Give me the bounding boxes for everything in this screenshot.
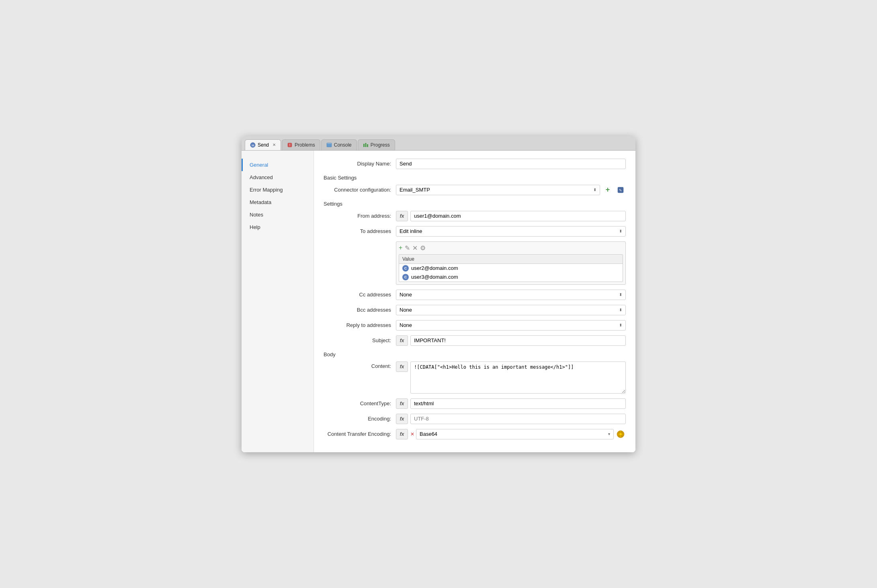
inline-toolbar: + ✎ ✕ ⚙: [399, 244, 623, 252]
content-transfer-row: Content Transfer Encoding: fx ✕ Base64 ▾: [324, 429, 626, 439]
sidebar-item-help[interactable]: Help: [242, 221, 314, 233]
connector-select[interactable]: Email_SMTP ⬍: [396, 185, 600, 195]
svg-text:✎: ✎: [619, 188, 622, 192]
subject-fx-btn[interactable]: fx: [396, 335, 408, 346]
subject-fx-group: fx: [396, 335, 626, 346]
to-addresses-select[interactable]: Edit inline ⬍: [396, 226, 626, 237]
svg-text:!: !: [289, 143, 291, 147]
inline-table-container: + ✎ ✕ ⚙ Value C user2@domain.com C: [396, 241, 626, 285]
inline-table-area: + ✎ ✕ ⚙ Value C user2@domain.com C: [396, 241, 626, 285]
row1-icon: C: [402, 265, 409, 272]
content-transfer-select[interactable]: Base64 ▾: [416, 429, 614, 439]
settings-header: Settings: [324, 201, 626, 207]
add-connector-btn[interactable]: +: [602, 185, 613, 195]
progress-tab-icon: [363, 142, 369, 148]
from-address-input[interactable]: [410, 211, 626, 221]
content-transfer-label: Content Transfer Encoding:: [324, 431, 396, 437]
svg-text:✉: ✉: [252, 143, 254, 147]
encoding-label: Encoding:: [324, 416, 396, 422]
to-addresses-row: To addresses Edit inline ⬍: [324, 226, 626, 237]
tab-close-btn[interactable]: ✕: [273, 143, 276, 147]
display-name-label: Display Name:: [324, 161, 396, 167]
content-textarea[interactable]: ![CDATA["<h1>Hello this is an important …: [410, 361, 626, 394]
table-row[interactable]: C user2@domain.com: [399, 264, 623, 273]
tab-progress[interactable]: Progress: [358, 139, 395, 150]
row2-icon: C: [402, 274, 409, 280]
tab-console[interactable]: Console: [321, 139, 357, 150]
tab-bar: ✉ Send ✕ ! Problems Console: [242, 136, 635, 151]
bcc-addresses-row: Bcc addresses None ⬍: [324, 305, 626, 315]
cc-addresses-label: Cc addresses: [324, 292, 396, 298]
connector-config-label: Connector configuration:: [324, 187, 396, 193]
console-tab-icon: [326, 142, 332, 148]
cc-addresses-row: Cc addresses None ⬍: [324, 290, 626, 300]
reply-to-select[interactable]: None ⬍: [396, 320, 626, 331]
content-transfer-arrow: ▾: [608, 432, 610, 436]
bcc-arrow: ⬍: [619, 308, 622, 312]
connector-row: Email_SMTP ⬍ + ✎: [396, 185, 626, 195]
cc-arrow: ⬍: [619, 292, 622, 297]
svg-point-12: [619, 433, 622, 435]
inline-edit-btn[interactable]: ✎: [405, 244, 410, 252]
tab-send[interactable]: ✉ Send ✕: [245, 139, 281, 150]
content-row: Content: fx ![CDATA["<h1>Hello this is a…: [324, 361, 626, 394]
from-address-row: From address: fx: [324, 211, 626, 221]
sidebar-item-advanced[interactable]: Advanced: [242, 171, 314, 184]
content-type-fx-btn[interactable]: fx: [396, 398, 408, 409]
encoding-input[interactable]: [410, 414, 626, 424]
content-fx-group: fx ![CDATA["<h1>Hello this is an importa…: [396, 361, 626, 394]
reply-arrow: ⬍: [619, 323, 622, 327]
encoding-fx-btn[interactable]: fx: [396, 414, 408, 424]
main-content: Display Name: Basic Settings Connector c…: [314, 151, 635, 452]
problems-tab-icon: !: [287, 142, 293, 148]
inline-settings-btn[interactable]: ⚙: [420, 244, 426, 252]
sidebar-item-general[interactable]: General: [242, 159, 314, 171]
reply-to-label: Reply to addresses: [324, 322, 396, 328]
from-address-fx-btn[interactable]: fx: [396, 211, 408, 221]
app-window: ✉ Send ✕ ! Problems Console: [242, 136, 635, 452]
subject-label: Subject:: [324, 337, 396, 343]
content-type-row: ContentType: fx: [324, 398, 626, 409]
sidebar-item-error-mapping[interactable]: Error Mapping: [242, 184, 314, 196]
bcc-addresses-select[interactable]: None ⬍: [396, 305, 626, 315]
sidebar: General Advanced Error Mapping Metadata …: [242, 151, 314, 452]
from-address-label: From address:: [324, 213, 396, 219]
content-type-label: ContentType:: [324, 400, 396, 406]
content-label: Content:: [324, 361, 396, 369]
tab-send-label: Send: [258, 142, 269, 148]
content-transfer-fx-group: fx ✕ Base64 ▾: [396, 429, 626, 439]
connector-config-row: Connector configuration: Email_SMTP ⬍ + …: [324, 185, 626, 195]
row2-email: user3@domain.com: [411, 274, 458, 280]
tab-problems[interactable]: ! Problems: [282, 139, 320, 150]
inline-add-btn[interactable]: +: [399, 244, 402, 251]
tab-progress-label: Progress: [371, 142, 390, 148]
display-name-input[interactable]: [396, 159, 626, 169]
from-address-fx-group: fx: [396, 211, 626, 221]
table-row[interactable]: C user3@domain.com: [399, 273, 623, 282]
to-addresses-arrow: ⬍: [619, 229, 622, 233]
tab-problems-label: Problems: [295, 142, 315, 148]
content-transfer-settings-btn[interactable]: [615, 429, 626, 439]
content-type-fx-group: fx: [396, 398, 626, 409]
inline-table-header: Value: [399, 255, 623, 264]
content-transfer-fx-btn[interactable]: fx: [396, 429, 408, 439]
cc-addresses-select[interactable]: None ⬍: [396, 290, 626, 300]
connector-select-arrow: ⬍: [593, 188, 596, 192]
inline-delete-btn[interactable]: ✕: [412, 244, 418, 252]
tab-console-label: Console: [334, 142, 352, 148]
subject-input[interactable]: [410, 335, 626, 346]
sidebar-item-notes[interactable]: Notes: [242, 208, 314, 221]
error-icon: ✕: [410, 431, 414, 437]
encoding-row: Encoding: fx: [324, 414, 626, 424]
content-fx-btn[interactable]: fx: [396, 361, 408, 372]
body-header: Body: [324, 351, 626, 357]
inline-table: Value C user2@domain.com C user3@domain.…: [399, 254, 623, 282]
edit-connector-btn[interactable]: ✎: [615, 185, 626, 195]
svg-rect-6: [363, 144, 365, 147]
send-tab-icon: ✉: [250, 142, 256, 148]
svg-rect-5: [327, 143, 331, 144]
subject-row: Subject: fx: [324, 335, 626, 346]
row1-email: user2@domain.com: [411, 265, 458, 271]
sidebar-item-metadata[interactable]: Metadata: [242, 196, 314, 208]
content-type-input[interactable]: [410, 398, 626, 409]
